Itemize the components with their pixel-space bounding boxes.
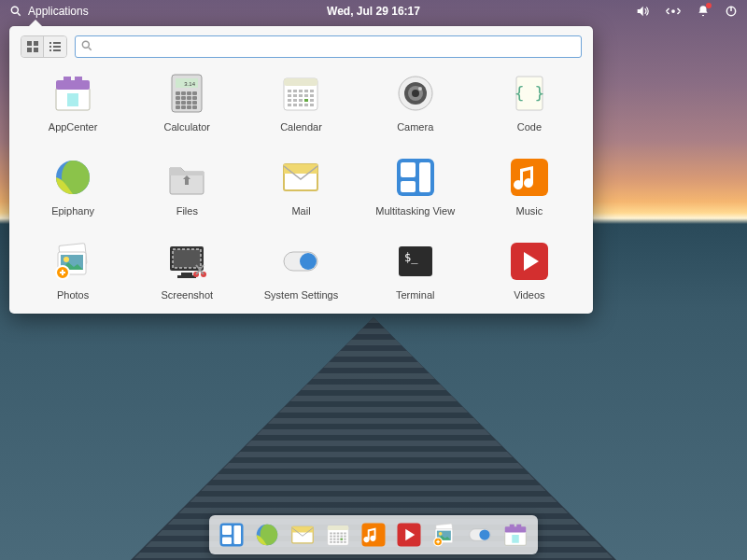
dock-calendar[interactable] bbox=[323, 520, 353, 550]
svg-rect-120 bbox=[344, 539, 346, 540]
svg-rect-135 bbox=[438, 540, 439, 544]
svg-line-16 bbox=[89, 48, 92, 50]
svg-rect-57 bbox=[310, 99, 314, 102]
app-label: Files bbox=[176, 205, 198, 217]
screenshot-icon bbox=[164, 239, 209, 284]
files-icon bbox=[164, 155, 209, 200]
app-camera[interactable]: Camera bbox=[363, 71, 468, 133]
app-label: Terminal bbox=[396, 289, 435, 301]
svg-rect-46 bbox=[304, 90, 308, 92]
list-view-button[interactable] bbox=[44, 36, 66, 57]
app-appcenter[interactable]: AppCenter bbox=[21, 71, 125, 133]
app-multitasking[interactable]: Multitasking View bbox=[363, 155, 468, 217]
volume-icon[interactable] bbox=[635, 4, 650, 19]
svg-rect-121 bbox=[330, 541, 332, 543]
app-mail[interactable]: Mail bbox=[248, 155, 353, 217]
search-input[interactable] bbox=[75, 35, 582, 58]
epiphany-icon bbox=[50, 155, 95, 200]
svg-rect-100 bbox=[234, 525, 242, 544]
clock[interactable]: Wed, Jul 29 16:17 bbox=[327, 5, 420, 18]
svg-rect-35 bbox=[187, 101, 191, 105]
svg-rect-30 bbox=[181, 96, 186, 100]
applications-menu-button[interactable]: Applications bbox=[9, 5, 89, 18]
svg-rect-47 bbox=[310, 90, 314, 92]
svg-rect-32 bbox=[192, 96, 197, 100]
app-label: AppCenter bbox=[49, 121, 98, 133]
app-label: Multitasking View bbox=[375, 205, 455, 217]
app-label: Screenshot bbox=[161, 289, 213, 301]
dock-music[interactable] bbox=[359, 520, 388, 550]
desktop: Applications Wed, Jul 29 16:17 bbox=[0, 0, 747, 560]
svg-rect-78 bbox=[511, 159, 548, 196]
dock-mail[interactable] bbox=[288, 520, 317, 550]
app-label: Mail bbox=[291, 205, 310, 217]
app-epiphany[interactable]: Epiphany bbox=[21, 155, 125, 217]
svg-rect-114 bbox=[341, 536, 344, 538]
calculator-icon: 3.14 bbox=[164, 71, 209, 116]
svg-point-137 bbox=[479, 529, 489, 539]
dock-photos[interactable] bbox=[430, 520, 459, 550]
svg-rect-6 bbox=[34, 41, 38, 46]
photos-icon bbox=[50, 239, 95, 284]
app-screenshot[interactable]: Screenshot bbox=[134, 239, 239, 301]
app-code[interactable]: { }Code bbox=[477, 71, 582, 133]
music-icon bbox=[507, 155, 552, 200]
svg-rect-77 bbox=[419, 162, 430, 192]
app-terminal[interactable]: $_Terminal bbox=[363, 239, 468, 301]
app-photos[interactable]: Photos bbox=[21, 239, 125, 301]
svg-rect-31 bbox=[187, 96, 191, 100]
app-music[interactable]: Music bbox=[477, 155, 582, 217]
svg-rect-53 bbox=[288, 99, 291, 102]
svg-point-0 bbox=[11, 7, 18, 13]
dock-appcenter[interactable] bbox=[500, 520, 530, 550]
svg-rect-113 bbox=[337, 536, 340, 538]
svg-rect-43 bbox=[288, 90, 291, 92]
dock-settings[interactable] bbox=[465, 520, 495, 550]
app-videos[interactable]: Videos bbox=[477, 239, 582, 301]
dock-epiphany[interactable] bbox=[252, 520, 282, 550]
network-icon[interactable] bbox=[665, 5, 682, 18]
svg-point-132 bbox=[439, 532, 443, 536]
dock-multitasking[interactable] bbox=[217, 520, 247, 550]
app-calendar[interactable]: Calendar bbox=[248, 71, 353, 133]
svg-rect-13 bbox=[49, 49, 51, 51]
svg-rect-127 bbox=[362, 524, 386, 547]
dock-videos[interactable] bbox=[394, 520, 424, 550]
search-icon bbox=[80, 39, 93, 54]
svg-rect-36 bbox=[192, 101, 197, 105]
svg-rect-115 bbox=[344, 536, 346, 538]
svg-rect-75 bbox=[401, 162, 416, 177]
svg-point-93 bbox=[300, 253, 317, 270]
notifications-icon[interactable] bbox=[697, 5, 710, 18]
svg-rect-118 bbox=[337, 539, 340, 540]
svg-rect-28 bbox=[192, 91, 197, 95]
power-icon[interactable] bbox=[725, 5, 738, 18]
svg-rect-18 bbox=[56, 80, 90, 90]
svg-rect-124 bbox=[341, 541, 344, 543]
svg-rect-25 bbox=[176, 91, 180, 95]
svg-text:$_: $_ bbox=[404, 251, 418, 264]
svg-rect-112 bbox=[333, 536, 336, 538]
videos-icon bbox=[507, 239, 552, 284]
app-calculator[interactable]: 3.14Calculator bbox=[134, 71, 239, 133]
app-label: Epiphany bbox=[51, 205, 94, 217]
svg-rect-37 bbox=[176, 105, 180, 109]
svg-rect-20 bbox=[75, 77, 82, 82]
system-tray bbox=[635, 4, 738, 19]
svg-rect-19 bbox=[63, 77, 71, 82]
svg-rect-12 bbox=[53, 46, 61, 48]
svg-rect-51 bbox=[304, 94, 308, 97]
app-files[interactable]: Files bbox=[134, 155, 239, 217]
calendar-icon bbox=[278, 71, 323, 116]
grid-view-button[interactable] bbox=[21, 36, 44, 57]
svg-rect-26 bbox=[181, 91, 186, 95]
app-label: Music bbox=[516, 205, 543, 217]
app-label: Videos bbox=[514, 289, 544, 301]
svg-rect-61 bbox=[304, 104, 308, 106]
svg-point-67 bbox=[412, 90, 419, 97]
svg-rect-54 bbox=[293, 99, 297, 102]
svg-rect-14 bbox=[53, 49, 61, 51]
svg-rect-38 bbox=[181, 105, 186, 109]
svg-rect-99 bbox=[222, 538, 232, 545]
app-settings[interactable]: System Settings bbox=[248, 239, 353, 301]
